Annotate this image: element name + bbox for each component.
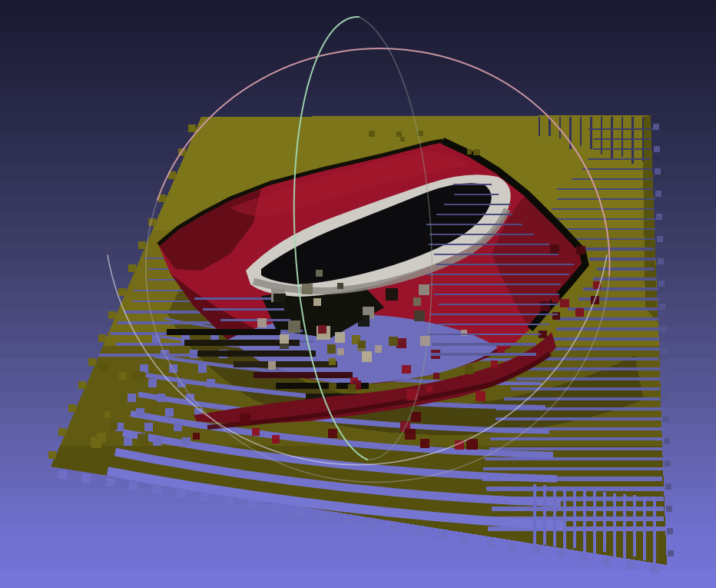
edge-stair bbox=[556, 550, 565, 558]
edge-stair bbox=[655, 191, 661, 197]
background-slice bbox=[0, 65, 716, 83]
edge-stair bbox=[88, 358, 96, 366]
checker-cell bbox=[136, 408, 144, 417]
edge-stair bbox=[78, 381, 86, 389]
voxel-speckle bbox=[414, 311, 426, 322]
voxel-speckle bbox=[426, 386, 433, 392]
edge-stair bbox=[660, 326, 666, 332]
edge-stair bbox=[272, 504, 280, 513]
voxel-speckle bbox=[575, 308, 583, 316]
voxel-speckle bbox=[343, 311, 352, 321]
voxel-speckle bbox=[318, 325, 327, 334]
edge-stair bbox=[656, 214, 662, 220]
voxel-speckle bbox=[540, 301, 550, 311]
checker-cell bbox=[165, 408, 174, 417]
voxel-speckle bbox=[375, 345, 382, 352]
edge-stair bbox=[224, 497, 233, 505]
voxel-speckle bbox=[552, 295, 560, 304]
edge-stair bbox=[129, 482, 138, 490]
voxel-speckle bbox=[268, 361, 277, 370]
edge-stair bbox=[667, 528, 673, 534]
viewport-3d[interactable] bbox=[0, 0, 716, 588]
edge-stair bbox=[153, 486, 161, 494]
edge-stair bbox=[651, 565, 659, 573]
edge-stair bbox=[665, 460, 671, 467]
edge-stair bbox=[177, 490, 185, 498]
checker-cell bbox=[153, 437, 161, 446]
edge-stair bbox=[659, 304, 665, 310]
voxel-speckle bbox=[337, 283, 343, 289]
edge-stair bbox=[662, 394, 668, 400]
voxel-speckle bbox=[491, 360, 498, 367]
background-slice bbox=[0, 570, 716, 588]
checker-cell bbox=[148, 379, 157, 387]
edge-stair bbox=[657, 236, 663, 242]
voxel-speckle bbox=[419, 284, 429, 295]
checker-cell bbox=[128, 394, 136, 402]
edge-stair bbox=[366, 520, 375, 528]
edge-stair bbox=[201, 493, 209, 502]
voxel-speckle bbox=[91, 438, 101, 448]
voxel-speckle bbox=[473, 149, 479, 155]
voxel-speckle bbox=[313, 298, 321, 306]
voxel-speckle bbox=[476, 391, 486, 401]
edge-stair bbox=[319, 512, 327, 520]
voxel-speckle bbox=[240, 414, 250, 424]
edge-stair bbox=[58, 470, 67, 479]
voxel-speckle bbox=[139, 372, 146, 379]
edge-stair bbox=[248, 500, 257, 509]
voxel-speckle bbox=[358, 341, 366, 348]
voxel-speckle bbox=[328, 429, 337, 438]
background-slice bbox=[0, 81, 716, 99]
voxel-speckle bbox=[405, 429, 416, 440]
checker-cell bbox=[182, 437, 191, 446]
voxel-speckle bbox=[413, 297, 422, 306]
voxel-speckle bbox=[111, 422, 118, 429]
background-slice bbox=[0, 97, 716, 115]
edge-stair bbox=[82, 474, 91, 483]
voxel-speckle bbox=[104, 411, 111, 417]
voxel-speckle bbox=[329, 358, 336, 366]
voxel-speckle bbox=[369, 131, 375, 137]
voxel-speckle bbox=[386, 288, 398, 301]
background-slice bbox=[0, 48, 716, 66]
background-slice bbox=[0, 15, 716, 34]
voxel-speckle bbox=[411, 412, 422, 423]
edge-stair bbox=[138, 241, 146, 249]
edge-stair bbox=[295, 508, 303, 517]
voxel-speckle bbox=[272, 435, 280, 443]
background-slice bbox=[0, 32, 716, 50]
voxel-speckle bbox=[257, 318, 267, 327]
edge-stair bbox=[668, 550, 674, 556]
voxel-speckle bbox=[420, 439, 429, 448]
voxel-speckle bbox=[280, 334, 289, 344]
voxel-speckle bbox=[400, 137, 404, 141]
voxel-speckle bbox=[550, 244, 559, 254]
edge-stair bbox=[580, 553, 588, 562]
voxel-speckle bbox=[288, 321, 300, 333]
voxel-speckle bbox=[329, 383, 336, 390]
voxel-speckle bbox=[119, 372, 127, 380]
voxel-speckle bbox=[363, 351, 370, 359]
edge-stair bbox=[653, 124, 659, 130]
voxel-speckle bbox=[389, 337, 398, 346]
edge-stair bbox=[663, 416, 669, 422]
edge-stair bbox=[106, 478, 114, 487]
edge-stair bbox=[461, 535, 469, 543]
voxel-speckle bbox=[433, 373, 439, 379]
edge-stair bbox=[188, 125, 196, 132]
application-window bbox=[0, 0, 716, 588]
edge-stair bbox=[655, 168, 661, 174]
voxel-speckle bbox=[420, 336, 430, 346]
voxel-speckle bbox=[358, 315, 370, 327]
background-slice bbox=[0, 0, 716, 18]
voxel-speckle bbox=[465, 365, 474, 374]
checker-cell bbox=[124, 437, 132, 446]
edge-stair bbox=[654, 146, 660, 152]
voxel-speckle bbox=[193, 433, 200, 440]
edge-stair bbox=[658, 281, 665, 287]
voxel-speckle bbox=[337, 348, 344, 355]
checker-cell bbox=[207, 379, 215, 387]
voxel-speckle bbox=[99, 362, 108, 371]
voxel-speckle bbox=[402, 365, 410, 374]
